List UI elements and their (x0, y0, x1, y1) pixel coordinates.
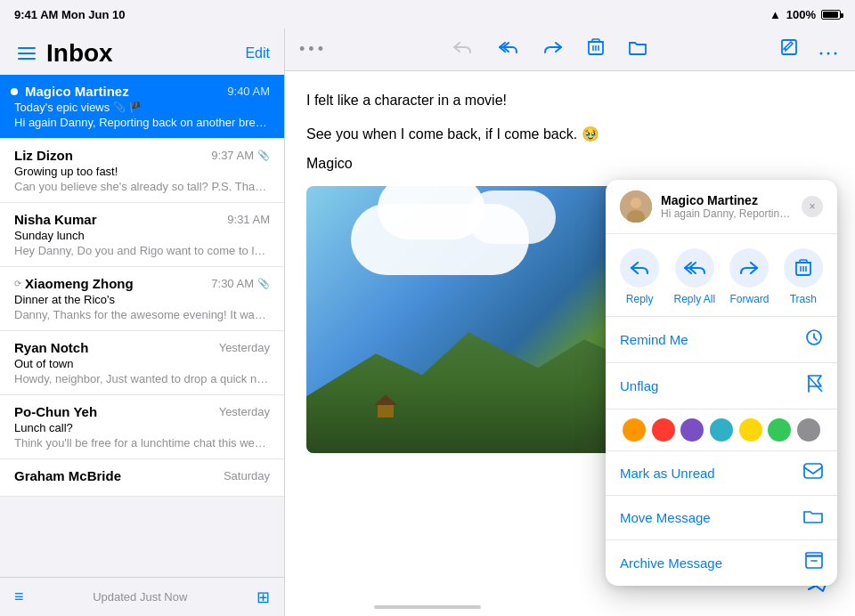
color-teal[interactable] (710, 418, 733, 442)
svg-rect-29 (806, 553, 822, 556)
toolbar-center (449, 35, 650, 64)
svg-rect-28 (806, 555, 822, 568)
sender-avatar (620, 190, 652, 223)
reply-all-button[interactable] (493, 36, 522, 63)
mail-time: 7:30 AM (211, 277, 254, 290)
svg-rect-5 (592, 39, 599, 42)
unflag-item[interactable]: Unflag (606, 363, 837, 409)
reply-back-button[interactable] (449, 36, 476, 63)
main-content: ••• (285, 28, 855, 616)
color-purple[interactable] (680, 418, 704, 442)
mail-sender: Xiaomeng Zhong (25, 276, 134, 291)
app-container: Inbox Edit Magico Martinez 9:40 AM Today… (0, 28, 855, 616)
home-bar (374, 605, 481, 609)
action-menu-sender: Magico Martinez (661, 193, 793, 207)
move-message-label: Move Message (620, 510, 711, 525)
mail-item-graham[interactable]: Graham McBride Saturday (0, 459, 284, 497)
archive-message-icon (805, 552, 823, 574)
trash-label: Trash (790, 293, 817, 305)
mail-time: 9:40 AM (227, 85, 270, 98)
quick-reply-all-button[interactable]: Reply All (673, 248, 715, 305)
move-message-item[interactable]: Move Message (606, 496, 837, 540)
compose-button[interactable] (777, 35, 802, 64)
reply-icon (620, 248, 659, 288)
mail-list: Magico Martinez 9:40 AM Today's epic vie… (0, 75, 284, 577)
mail-subject: Today's epic views 📎 🏴 (14, 101, 270, 114)
sidebar-toggle-icon[interactable] (14, 41, 39, 66)
reply-all-icon (675, 248, 714, 288)
mail-time: Yesterday (219, 405, 270, 418)
mail-preview: Hey Danny, Do you and Rigo want to come … (14, 244, 270, 257)
unread-indicator (11, 88, 18, 95)
email-line2: See you when I come back, if I come back… (306, 123, 834, 146)
remind-me-label: Remind Me (620, 332, 688, 347)
toolbar-right (777, 35, 841, 64)
flag-icon: 🏴 (129, 101, 142, 113)
sidebar-bottom: ≡ Updated Just Now ⊞ (0, 577, 284, 616)
mail-sender: Ryan Notch (14, 340, 88, 355)
mail-sender: Po-Chun Yeh (14, 404, 97, 419)
mail-subject: Out of town (14, 357, 270, 370)
action-menu-header: Magico Martinez Hi again Danny, Reportin… (606, 180, 837, 234)
action-menu-close-button[interactable]: × (802, 196, 823, 217)
mail-item-liz[interactable]: Liz Dizon 9:37 AM 📎 Growing up too fast!… (0, 139, 284, 203)
color-red[interactable] (652, 418, 675, 442)
forward-label: Forward (729, 293, 769, 305)
mark-unread-item[interactable]: Mark as Unread (606, 451, 837, 496)
quick-forward-button[interactable]: Forward (729, 248, 769, 305)
archive-message-item[interactable]: Archive Message (606, 540, 837, 586)
edit-button[interactable]: Edit (245, 45, 270, 61)
remind-me-icon (805, 328, 823, 351)
mail-item-xiaomeng[interactable]: ⟳ Xiaomeng Zhong 7:30 AM 📎 Dinner at the… (0, 267, 284, 331)
mark-unread-label: Mark as Unread (620, 466, 715, 481)
mail-subject: Dinner at the Rico's (14, 293, 270, 306)
action-menu-preview: Hi again Danny, Reporting back o... (661, 207, 793, 220)
unflag-icon (807, 375, 823, 397)
svg-rect-1 (18, 53, 36, 54)
attachment-icon: 📎 (257, 150, 270, 161)
trash-icon (784, 248, 823, 288)
main-toolbar: ••• (285, 28, 855, 71)
compose-icon[interactable]: ⊞ (256, 588, 270, 607)
mail-time: 9:37 AM (211, 149, 254, 162)
mail-item-pochun[interactable]: Po-Chun Yeh Yesterday Lunch call? Think … (0, 395, 284, 459)
mail-item-nisha[interactable]: Nisha Kumar 9:31 AM Sunday lunch Hey Dan… (0, 203, 284, 267)
mail-preview: Think you'll be free for a lunchtime cha… (14, 436, 270, 450)
trash-button[interactable] (584, 35, 607, 64)
quick-action-buttons: Reply Reply All Forward (606, 234, 837, 317)
mail-preview: Howdy, neighbor, Just wanted to drop a q… (14, 372, 270, 385)
quick-reply-button[interactable]: Reply (620, 248, 659, 305)
email-signature: Magico (306, 156, 834, 172)
color-green[interactable] (768, 418, 791, 442)
unflag-label: Unflag (620, 378, 658, 393)
folder-button[interactable] (625, 36, 650, 63)
mail-sender: Liz Dizon (14, 148, 73, 163)
mark-unread-icon (803, 463, 823, 483)
mail-item-magico[interactable]: Magico Martinez 9:40 AM Today's epic vie… (0, 75, 284, 139)
reply-label: Reply (626, 293, 654, 305)
status-right: ▲ 100% (770, 8, 841, 21)
sidebar-header: Inbox Edit (0, 28, 284, 75)
remind-me-item[interactable]: Remind Me (606, 317, 837, 363)
mail-sender: Graham McBride (14, 468, 121, 483)
mail-preview: Danny, Thanks for the awesome evening! I… (14, 308, 270, 321)
color-orange[interactable] (623, 418, 646, 442)
attachment-icon: 📎 (113, 101, 126, 113)
color-gray[interactable] (797, 418, 820, 442)
mail-time: Saturday (224, 469, 270, 482)
color-yellow[interactable] (739, 418, 762, 442)
color-label-row (606, 409, 837, 451)
action-menu: Magico Martinez Hi again Danny, Reportin… (606, 180, 837, 586)
forward-icon (729, 248, 769, 288)
quick-trash-button[interactable]: Trash (784, 248, 823, 305)
status-time: 9:41 AM Mon Jun 10 (14, 8, 125, 21)
mail-subject: Sunday lunch (14, 229, 270, 242)
mail-item-ryan[interactable]: Ryan Notch Yesterday Out of town Howdy, … (0, 331, 284, 395)
forward-button[interactable] (540, 36, 566, 63)
battery-icon: 100% (786, 8, 816, 21)
filter-icon[interactable]: ≡ (14, 588, 24, 606)
svg-point-16 (631, 198, 641, 208)
mail-preview: Can you believe she's already so tall? P… (14, 180, 270, 193)
battery-bar (821, 10, 841, 20)
more-options-button[interactable] (816, 36, 841, 63)
